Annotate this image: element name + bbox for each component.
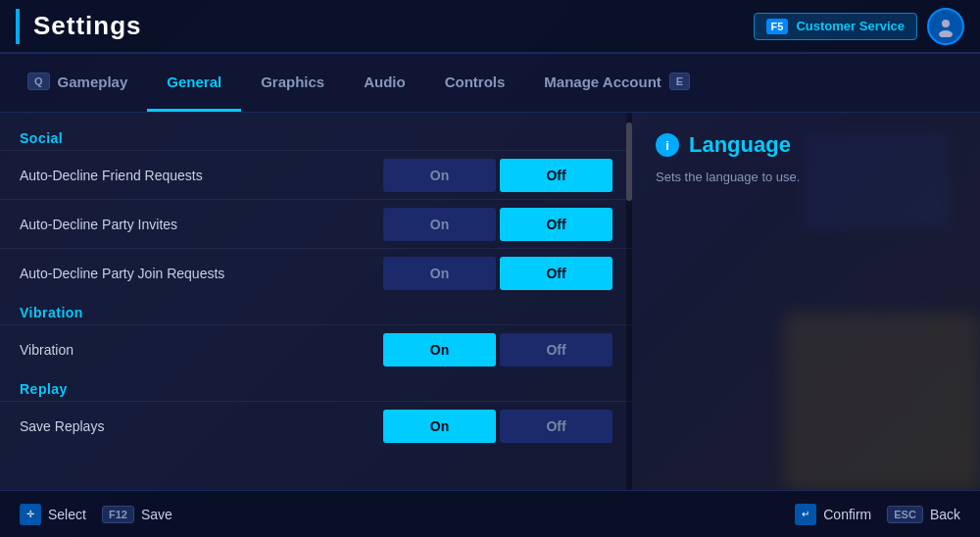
auto-decline-party-toggle: On Off: [383, 208, 612, 241]
back-label: Back: [930, 507, 960, 522]
tab-manage-account[interactable]: Manage Account E: [524, 54, 710, 112]
info-panel: i Language Sets the language to use.: [632, 113, 980, 490]
tab-graphics[interactable]: Graphics: [241, 54, 344, 112]
select-button[interactable]: ✛ Select: [20, 504, 86, 525]
auto-decline-friend-off-btn[interactable]: Off: [500, 159, 612, 192]
customer-service-label: Customer Service: [796, 19, 905, 33]
auto-decline-party-row: Auto-Decline Party Invites On Off: [0, 199, 632, 248]
auto-decline-friend-label: Auto-Decline Friend Requests: [20, 168, 383, 183]
f5-key-badge: F5: [766, 19, 789, 34]
auto-decline-join-row: Auto-Decline Party Join Requests On Off: [0, 248, 632, 297]
gameplay-key-badge: Q: [27, 73, 50, 90]
tab-general[interactable]: General: [147, 54, 241, 112]
tab-audio[interactable]: Audio: [344, 54, 425, 112]
vibration-off-btn[interactable]: Off: [500, 333, 612, 366]
controls-tab-label: Controls: [445, 73, 506, 90]
save-label: Save: [141, 507, 172, 522]
scrollbar[interactable]: [626, 113, 632, 490]
vibration-on-btn[interactable]: On: [383, 333, 496, 366]
tab-controls[interactable]: Controls: [425, 54, 525, 112]
select-label: Select: [48, 507, 86, 522]
save-replays-on-btn[interactable]: On: [383, 410, 496, 443]
info-icon: i: [656, 133, 679, 157]
vibration-label: Vibration: [20, 342, 383, 358]
footer-left: ✛ Select F12 Save: [20, 504, 795, 525]
tab-gameplay[interactable]: Q Gameplay: [8, 54, 147, 112]
main-container: Settings F5 Customer Service Q Gameplay …: [0, 0, 980, 537]
select-icon: ✛: [20, 504, 41, 525]
save-button[interactable]: F12 Save: [102, 506, 172, 523]
content-area: Social Auto-Decline Friend Requests On O…: [0, 113, 980, 490]
avatar-button[interactable]: [927, 8, 964, 45]
save-replays-row: Save Replays On Off: [0, 401, 632, 450]
back-button[interactable]: ESC Back: [887, 506, 960, 523]
page-title: Settings: [33, 11, 754, 41]
header: Settings F5 Customer Service: [0, 0, 980, 54]
auto-decline-party-label: Auto-Decline Party Invites: [20, 217, 383, 232]
manage-account-tab-label: Manage Account: [544, 73, 661, 90]
info-title: Language: [689, 132, 791, 158]
auto-decline-party-off-btn[interactable]: Off: [500, 208, 612, 241]
confirm-icon: ↵: [795, 504, 816, 525]
auto-decline-join-on-btn[interactable]: On: [383, 257, 496, 290]
footer-right: ↵ Confirm ESC Back: [795, 504, 960, 525]
auto-decline-friend-on-btn[interactable]: On: [383, 159, 496, 192]
back-key: ESC: [887, 506, 923, 523]
auto-decline-join-label: Auto-Decline Party Join Requests: [20, 266, 383, 281]
save-replays-label: Save Replays: [20, 418, 383, 434]
footer: ✛ Select F12 Save ↵ Confirm ESC Back: [0, 490, 980, 537]
graphics-tab-label: Graphics: [261, 73, 324, 90]
audio-tab-label: Audio: [364, 73, 406, 90]
auto-decline-join-toggle: On Off: [383, 257, 612, 290]
vibration-row: Vibration On Off: [0, 324, 632, 373]
info-header: i Language: [656, 132, 956, 158]
customer-service-button[interactable]: F5 Customer Service: [754, 13, 917, 40]
vibration-section-label: Vibration: [0, 297, 632, 324]
svg-point-1: [939, 30, 953, 37]
gameplay-tab-label: Gameplay: [58, 73, 128, 90]
auto-decline-join-off-btn[interactable]: Off: [500, 257, 612, 290]
auto-decline-party-on-btn[interactable]: On: [383, 208, 496, 241]
vibration-toggle: On Off: [383, 333, 612, 366]
header-accent: [16, 9, 20, 44]
settings-panel: Social Auto-Decline Friend Requests On O…: [0, 113, 632, 490]
replay-section-label: Replay: [0, 373, 632, 401]
svg-point-0: [942, 20, 950, 27]
save-replays-toggle: On Off: [383, 410, 612, 443]
avatar-icon: [935, 16, 956, 37]
confirm-button[interactable]: ↵ Confirm: [795, 504, 871, 525]
info-description: Sets the language to use.: [656, 168, 956, 187]
social-section-label: Social: [0, 122, 632, 150]
general-tab-label: General: [167, 73, 221, 90]
confirm-label: Confirm: [823, 507, 871, 522]
scroll-thumb: [626, 122, 632, 201]
tabs-bar: Q Gameplay General Graphics Audio Contro…: [0, 54, 980, 113]
manage-account-key-badge: E: [669, 73, 690, 90]
auto-decline-friend-toggle: On Off: [383, 159, 612, 192]
save-key: F12: [102, 506, 134, 523]
save-replays-off-btn[interactable]: Off: [500, 410, 612, 443]
auto-decline-friend-row: Auto-Decline Friend Requests On Off: [0, 150, 632, 199]
